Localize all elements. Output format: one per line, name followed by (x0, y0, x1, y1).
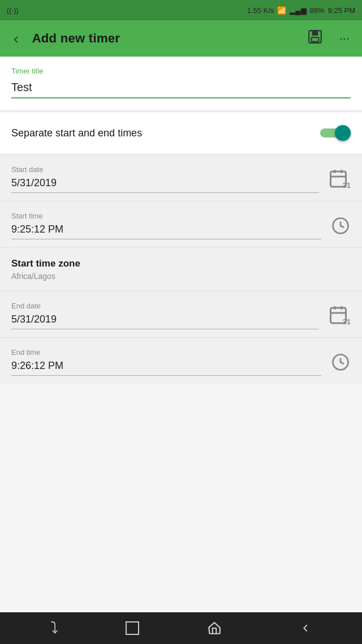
start-time-row[interactable]: Start time 9:25:12 PM (0, 201, 362, 248)
end-date-label: End date (11, 302, 319, 310)
save-button[interactable] (304, 26, 326, 51)
end-time-icon (330, 352, 351, 372)
nav-recent-apps[interactable] (126, 621, 139, 635)
end-date-row[interactable]: End date 5/31/2019 31 (0, 291, 362, 338)
bottom-nav: ⤵ (0, 612, 362, 644)
separator-1 (0, 111, 362, 111)
start-timezone-row[interactable]: Start time zone Africa/Lagos (0, 248, 362, 291)
svg-rect-1 (312, 31, 318, 36)
timer-title-section: Timer title (0, 57, 362, 110)
start-date-row[interactable]: Start date 5/31/2019 31 (0, 155, 362, 201)
status-bar-left: ((·)) (7, 6, 19, 15)
calendar-start-icon: 31 (328, 168, 351, 191)
nav-chevron-down[interactable]: ⤵ (40, 615, 68, 642)
separate-times-toggle[interactable] (320, 125, 351, 141)
app-bar-actions: ··· (304, 26, 353, 51)
status-bar: ((·)) 1.55 K/s 📶 ▂▄▆ 88% 9:25 PM (0, 0, 362, 20)
start-time-label: Start time (11, 212, 321, 220)
app-bar: ‹ Add new timer ··· (0, 20, 362, 57)
battery-indicator: 88% (310, 6, 325, 15)
main-content: Timer title Separate start and end times… (0, 57, 362, 612)
signal-icon: ((·)) (7, 6, 19, 15)
start-timezone-value: Africa/Lagos (11, 272, 351, 281)
start-time-icon (330, 216, 351, 236)
status-bar-right: 1.55 K/s 📶 ▂▄▆ 88% 9:25 PM (247, 6, 355, 15)
start-date-label: Start date (11, 165, 319, 174)
clock-time: 9:25 PM (328, 6, 355, 15)
start-date-icon: 31 (328, 168, 351, 191)
nav-home[interactable] (197, 616, 232, 640)
end-time-row[interactable]: End time 9:26:12 PM (0, 338, 362, 384)
end-date-content: End date 5/31/2019 (11, 302, 319, 329)
calendar-end-icon: 31 (328, 304, 351, 327)
end-time-label: End time (11, 348, 321, 357)
end-date-icon: 31 (328, 304, 351, 327)
back-button[interactable]: ‹ (9, 25, 23, 52)
separate-times-row: Separate start and end times (0, 113, 362, 153)
signal-bars-icon: ▂▄▆ (290, 6, 306, 15)
end-date-badge: 31 (343, 317, 351, 326)
start-timezone-title: Start time zone (11, 258, 351, 269)
timer-title-input[interactable] (11, 79, 351, 98)
end-time-content: End time 9:26:12 PM (11, 348, 321, 376)
nav-back[interactable] (289, 617, 322, 639)
page-title: Add new timer (32, 31, 295, 46)
end-time-value: 9:26:12 PM (11, 360, 321, 376)
more-options-button[interactable]: ··· (336, 28, 353, 49)
start-date-badge: 31 (343, 181, 351, 190)
wifi-icon: 📶 (277, 6, 286, 15)
start-time-content: Start time 9:25:12 PM (11, 212, 321, 239)
timer-title-label: Timer title (11, 67, 351, 75)
speed-indicator: 1.55 K/s (247, 6, 274, 15)
start-date-value: 5/31/2019 (11, 177, 319, 193)
separate-times-label: Separate start and end times (11, 127, 142, 139)
toggle-thumb (335, 125, 351, 141)
start-date-content: Start date 5/31/2019 (11, 165, 319, 193)
start-time-value: 9:25:12 PM (11, 224, 321, 239)
svg-rect-2 (311, 37, 318, 42)
end-date-value: 5/31/2019 (11, 314, 319, 329)
